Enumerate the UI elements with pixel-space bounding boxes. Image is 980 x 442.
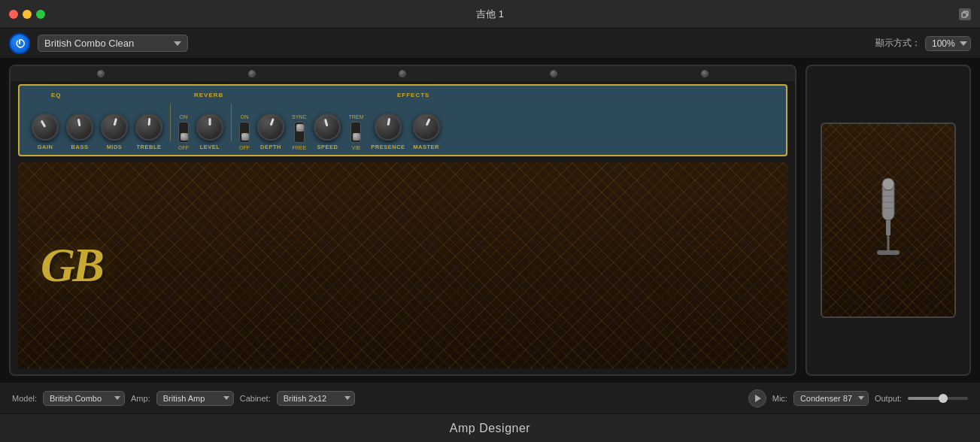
gain-label: GAIN <box>38 144 53 150</box>
knobs-row: GAIN BASS MIDS TREBLE <box>29 104 777 150</box>
bass-label: BASS <box>71 144 89 150</box>
reverb-on-label: ON <box>180 114 188 120</box>
amp-label: Amp: <box>131 394 150 403</box>
effects-toggle[interactable] <box>239 122 250 143</box>
free-label: FREE <box>292 145 306 150</box>
cabinet-label: Cabinet: <box>240 394 271 403</box>
output-slider[interactable] <box>908 397 968 400</box>
footer: Amp Designer <box>0 413 980 442</box>
bolt-3 <box>399 70 406 77</box>
cabinet-display <box>806 65 971 376</box>
title-bar-right <box>959 8 971 20</box>
bolt-5 <box>701 70 708 77</box>
effects-switch-group: ON OFF <box>239 114 250 150</box>
reverb-section-label: REVERB <box>194 92 223 98</box>
treble-group: TREBLE <box>135 114 162 150</box>
mids-knob[interactable] <box>101 114 128 141</box>
amp-dropdown[interactable]: British Amp American Amp <box>156 391 234 406</box>
cabinet-dropdown[interactable]: British 2x12 British 4x12 American 1x12 <box>277 391 355 406</box>
bass-knob[interactable] <box>66 114 93 141</box>
power-button[interactable] <box>9 33 30 54</box>
depth-group: DEPTH <box>257 114 284 150</box>
app-title: Amp Designer <box>450 422 530 435</box>
bolt-1 <box>97 70 105 77</box>
depth-knob[interactable] <box>257 114 284 141</box>
display-controls: 顯示方式： 100% 75% 125% <box>875 36 971 51</box>
trem-vib-group: TREM VIB <box>348 114 363 150</box>
speaker-cabinet: GB <box>18 162 787 368</box>
reverb-toggle[interactable] <box>178 122 189 143</box>
reverb-effects-divider <box>231 104 232 141</box>
svg-point-9 <box>882 178 894 190</box>
maximize-button[interactable] <box>36 10 45 19</box>
amp-unit: EQ REVERB EFFECTS GAIN BASS <box>9 65 796 376</box>
trem-label: TREM <box>348 114 363 120</box>
model-label: Model: <box>12 394 37 403</box>
mids-group: MIDS <box>101 114 128 150</box>
svg-rect-6 <box>886 220 890 235</box>
speed-group: SPEED <box>314 114 341 150</box>
effects-on-label: ON <box>241 114 249 120</box>
title-bar: 吉他 1 <box>0 0 980 29</box>
controls-panel: EQ REVERB EFFECTS GAIN BASS <box>18 84 787 156</box>
master-group: MASTER <box>413 114 440 150</box>
mic-label: Mic: <box>772 394 787 403</box>
speed-knob[interactable] <box>314 114 341 141</box>
presence-knob[interactable] <box>375 114 402 141</box>
presence-label: PRESENCE <box>371 144 405 150</box>
model-dropdown[interactable]: British Combo British Stack American Cle… <box>43 391 125 406</box>
reverb-off-label: OFF <box>178 145 189 150</box>
amp-bolts <box>11 66 795 81</box>
restore-icon[interactable] <box>959 8 971 20</box>
microphone-icon <box>869 175 907 265</box>
reverb-switch-group: ON OFF <box>178 114 189 150</box>
trem-toggle[interactable] <box>350 122 361 143</box>
svg-rect-0 <box>962 13 966 17</box>
level-knob[interactable] <box>196 114 223 141</box>
sync-toggle[interactable] <box>294 122 305 143</box>
treble-knob[interactable] <box>135 114 162 141</box>
eq-reverb-divider <box>170 104 171 141</box>
level-label: LEVEL <box>200 144 220 150</box>
presence-group: PRESENCE <box>371 114 405 150</box>
gb-logo: GB <box>41 238 102 293</box>
vib-label: VIB <box>352 145 360 150</box>
mic-dropdown[interactable]: Condenser 87 Dynamic 57 Ribbon 121 <box>793 391 869 406</box>
bottom-bar: Model: British Combo British Stack Ameri… <box>0 382 980 413</box>
effects-section-label: EFFECTS <box>397 92 429 98</box>
display-dropdown[interactable]: 100% 75% 125% <box>925 36 971 51</box>
main-content: EQ REVERB EFFECTS GAIN BASS <box>0 59 980 382</box>
display-label: 顯示方式： <box>875 37 921 50</box>
play-button[interactable] <box>748 389 766 407</box>
gain-group: GAIN <box>32 114 59 150</box>
minimize-button[interactable] <box>23 10 32 19</box>
bolt-2 <box>248 70 256 77</box>
close-button[interactable] <box>9 10 18 19</box>
window-title: 吉他 1 <box>476 8 504 21</box>
master-label: MASTER <box>413 144 439 150</box>
output-label: Output: <box>875 394 902 403</box>
level-group: LEVEL <box>196 114 223 150</box>
controls-bar: British Combo Clean British Combo Britis… <box>0 29 980 59</box>
treble-label: TREBLE <box>137 144 162 150</box>
master-knob[interactable] <box>413 114 440 141</box>
bolt-4 <box>550 70 557 77</box>
eq-section-label: EQ <box>51 92 62 98</box>
gain-knob[interactable] <box>32 114 59 141</box>
sync-free-group: SYNC FREE <box>292 114 306 150</box>
effects-off-label: OFF <box>239 145 250 150</box>
svg-rect-8 <box>877 250 900 255</box>
cabinet-unit <box>806 65 971 376</box>
mids-label: MIDS <box>107 144 123 150</box>
sync-label: SYNC <box>292 114 306 120</box>
speed-label: SPEED <box>317 144 338 150</box>
preset-dropdown[interactable]: British Combo Clean British Combo Britis… <box>38 35 188 52</box>
cabinet-inner <box>821 123 956 318</box>
traffic-lights <box>9 10 45 19</box>
bass-group: BASS <box>66 114 93 150</box>
depth-label: DEPTH <box>260 144 281 150</box>
